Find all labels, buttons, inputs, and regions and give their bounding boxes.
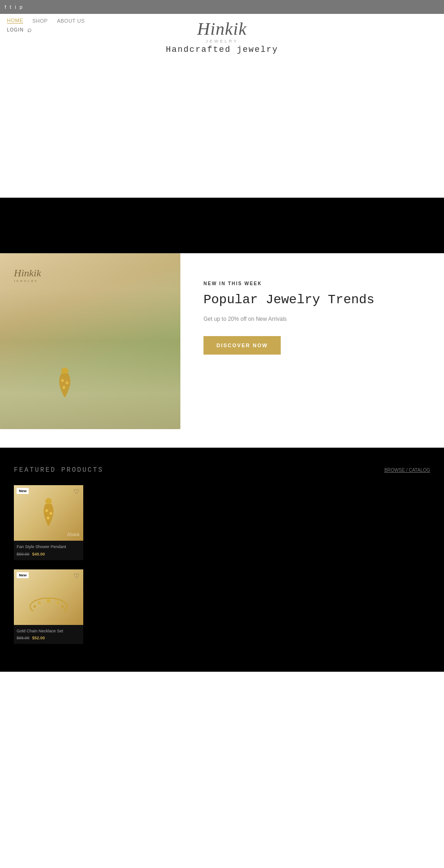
product-name-2: Gold Chain Necklace Set bbox=[17, 629, 80, 634]
nav-about[interactable]: ABOUT US bbox=[57, 18, 85, 24]
instagram-icon[interactable]: i bbox=[15, 5, 16, 10]
svg-point-13 bbox=[62, 605, 64, 607]
login-button[interactable]: LOGIN bbox=[7, 27, 24, 32]
product-original-price-1: $50.00 bbox=[17, 552, 30, 556]
product-info-1: Fan Style Shower Pendant $50.00 $40.00 bbox=[14, 541, 83, 560]
product-sale-price-2: $52.00 bbox=[32, 636, 45, 640]
product-original-price-2: $65.00 bbox=[17, 636, 30, 640]
featured-products-section: FEATURED PRODUCTS BROWSE / CATALOG New ♡… bbox=[0, 448, 444, 672]
header-actions: LOGIN ⌕ bbox=[0, 24, 444, 36]
svg-point-12 bbox=[34, 605, 36, 607]
svg-point-4 bbox=[45, 498, 52, 505]
product-sale-price-1: $40.00 bbox=[32, 552, 45, 556]
search-icon[interactable]: ⌕ bbox=[27, 25, 32, 34]
earring-decoration bbox=[56, 364, 74, 401]
product-name-1: Fan Style Shower Pendant bbox=[17, 544, 80, 550]
feature-title: Popular Jewelry Trends bbox=[204, 292, 430, 308]
view-all-link[interactable]: BROWSE / CATALOG bbox=[384, 468, 430, 473]
product-card-2: New ♡ Gold Chain Necklace Set $65.00 $52… bbox=[14, 569, 83, 644]
product-logo-overlay-1: Hinkik bbox=[67, 532, 80, 537]
discover-now-button[interactable]: DISCOVER NOW bbox=[204, 336, 281, 355]
svg-point-11 bbox=[56, 601, 59, 604]
svg-point-10 bbox=[47, 599, 50, 603]
svg-point-7 bbox=[47, 517, 49, 519]
new-badge-1: New bbox=[17, 488, 29, 494]
svg-point-6 bbox=[49, 512, 52, 515]
facebook-icon[interactable]: f bbox=[5, 5, 6, 10]
product-image-1: New ♡ Hinkik bbox=[14, 485, 83, 541]
feature-section: Hinkik JEWELRY NEW IN THIS WEEK Popular … bbox=[0, 253, 444, 448]
black-divider-top bbox=[0, 198, 444, 253]
social-bar: f t i p bbox=[0, 0, 444, 14]
necklace-product-image-2 bbox=[25, 583, 72, 611]
main-nav: HOME SHOP ABOUT US bbox=[7, 18, 85, 24]
product-image-2: New ♡ bbox=[14, 569, 83, 625]
featured-products-title: FEATURED PRODUCTS bbox=[14, 466, 104, 474]
feature-image: Hinkik JEWELRY bbox=[0, 253, 180, 429]
product-info-2: Gold Chain Necklace Set $65.00 $52.00 bbox=[14, 625, 83, 644]
pinterest-icon[interactable]: p bbox=[20, 5, 23, 10]
feature-content: NEW IN THIS WEEK Popular Jewelry Trends … bbox=[185, 253, 444, 429]
svg-point-9 bbox=[38, 601, 41, 604]
wishlist-icon-1[interactable]: ♡ bbox=[74, 488, 80, 495]
twitter-icon[interactable]: t bbox=[10, 5, 11, 10]
featured-header: FEATURED PRODUCTS BROWSE / CATALOG bbox=[14, 466, 430, 474]
product-card-1: New ♡ Hinkik Fan Style Shower Pendant $5… bbox=[14, 485, 83, 560]
new-badge-2: New bbox=[17, 572, 29, 578]
svg-point-2 bbox=[66, 381, 68, 384]
svg-point-1 bbox=[61, 379, 64, 382]
nav-home[interactable]: HOME bbox=[7, 18, 23, 24]
hero-tagline: Handcrafted jewelry bbox=[0, 36, 444, 59]
earring-product-image-1 bbox=[41, 497, 57, 529]
nav-shop[interactable]: SHOP bbox=[32, 18, 48, 24]
new-in-label: NEW IN THIS WEEK bbox=[204, 281, 430, 286]
feature-image-col: Hinkik JEWELRY bbox=[0, 253, 185, 429]
hero-area bbox=[0, 59, 444, 198]
feature-logo-overlay: Hinkik JEWELRY bbox=[14, 267, 41, 283]
feature-description: Get up to 20% off on New Arrivals bbox=[204, 316, 430, 322]
svg-point-5 bbox=[45, 509, 48, 512]
svg-point-3 bbox=[62, 386, 65, 389]
wishlist-icon-2[interactable]: ♡ bbox=[74, 572, 80, 580]
